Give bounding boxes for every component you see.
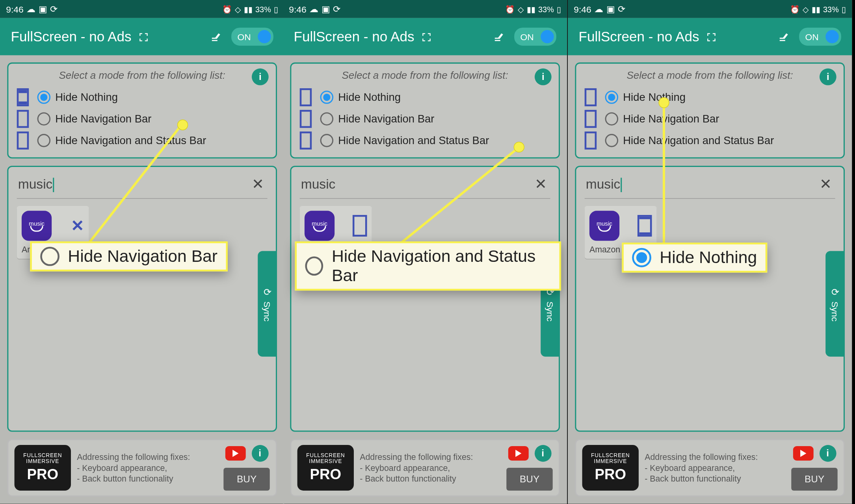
- pour-icon[interactable]: [777, 30, 791, 43]
- status-time: 9:46: [289, 4, 307, 14]
- clear-search-button[interactable]: ✕: [248, 176, 268, 193]
- pro-card: FULLSCREEN IMMERSIVE PRO Addressing the …: [290, 439, 560, 497]
- rect-icon-nav: [300, 110, 312, 128]
- pro-badge-top: FULLSCREEN IMMERSIVE: [15, 453, 71, 465]
- annotation-dot: [658, 97, 669, 108]
- pour-icon[interactable]: [493, 30, 506, 43]
- smile-icon: [313, 226, 326, 232]
- mode-label: Hide Navigation Bar: [338, 113, 434, 125]
- info-button[interactable]: i: [252, 69, 269, 85]
- radio-icon: [320, 134, 334, 147]
- youtube-icon[interactable]: [508, 446, 528, 461]
- callout-hide-nothing: Hide Nothing: [622, 243, 767, 272]
- sync-button[interactable]: ⟳ Sync: [258, 251, 277, 356]
- status-bar: 9:46 ☁ ▣ ⟳ ⏰ ◇ ▮▮ 33% ▯: [0, 0, 284, 18]
- cloud-icon: ☁: [309, 4, 318, 14]
- mode-option-nothing[interactable]: Hide Nothing: [17, 87, 268, 108]
- clear-search-button[interactable]: ✕: [531, 176, 550, 193]
- pro-card: FULLSCREEN IMMERSIVE PRO Addressing the …: [7, 439, 277, 497]
- on-toggle[interactable]: ON: [799, 28, 841, 46]
- app-tile[interactable]: music: [300, 206, 372, 246]
- fullscreen-icon: [421, 32, 432, 43]
- info-button[interactable]: i: [819, 445, 836, 462]
- smile-icon: [30, 226, 43, 232]
- on-toggle[interactable]: ON: [514, 28, 556, 46]
- search-row: music ✕: [585, 174, 835, 199]
- sync-icon: ⟳: [618, 4, 626, 14]
- wifi-icon: ◇: [235, 4, 241, 13]
- smile-icon: [598, 226, 611, 232]
- radio-icon: [40, 247, 59, 266]
- toggle-label: ON: [805, 32, 818, 42]
- on-toggle[interactable]: ON: [231, 28, 273, 46]
- info-button[interactable]: i: [535, 69, 552, 85]
- battery-pct: 33%: [823, 4, 839, 13]
- signal-icon: ▮▮: [244, 4, 252, 13]
- buy-button[interactable]: BUY: [506, 468, 552, 491]
- pro-badge: FULLSCREEN IMMERSIVE PRO: [297, 445, 354, 491]
- search-value: music: [18, 176, 53, 191]
- battery-pct: 33%: [538, 4, 554, 13]
- mode-option-nav[interactable]: Hide Navigation Bar: [585, 108, 835, 130]
- fullscreen-icon: [706, 32, 717, 43]
- apps-card: music ✕ music ✕: [7, 166, 277, 432]
- radio-checked-icon: [605, 91, 619, 104]
- pro-badge-main: PRO: [27, 466, 58, 483]
- app-title: FullScreen - no Ads: [11, 28, 210, 44]
- cloud-icon: ☁: [594, 4, 603, 14]
- mode-option-nothing[interactable]: Hide Nothing: [585, 87, 835, 108]
- callout-label: Hide Navigation Bar: [68, 247, 217, 266]
- rect-icon-navstatus: [585, 132, 597, 150]
- sync-button[interactable]: ⟳ Sync: [825, 251, 845, 356]
- mode-option-nothing[interactable]: Hide Nothing: [300, 87, 550, 108]
- pro-badge-main: PRO: [310, 466, 341, 483]
- search-value: music: [586, 176, 621, 191]
- sync-label: Sync: [830, 301, 840, 321]
- mode-option-nav-status[interactable]: Hide Navigation and Status Bar: [17, 130, 268, 151]
- phone-3: 9:46 ☁ ▣ ⟳ ⏰ ◇ ▮▮ 33% ▯ FullSc: [568, 0, 852, 504]
- radio-icon: [605, 112, 619, 126]
- mode-label: Hide Navigation Bar: [55, 113, 151, 125]
- search-input[interactable]: music: [17, 174, 248, 195]
- toggle-knob: [825, 30, 839, 43]
- search-input[interactable]: music: [585, 174, 816, 195]
- mode-option-nav-status[interactable]: Hide Navigation and Status Bar: [300, 130, 550, 151]
- pour-icon[interactable]: [210, 30, 223, 43]
- image-icon: ▣: [606, 4, 615, 14]
- mode-card-title: Select a mode from the following list:: [17, 70, 268, 82]
- info-button[interactable]: i: [251, 445, 268, 462]
- youtube-icon[interactable]: [793, 446, 813, 461]
- buy-button[interactable]: BUY: [791, 468, 837, 491]
- info-button[interactable]: i: [534, 445, 551, 462]
- youtube-icon[interactable]: [225, 446, 245, 461]
- fix-line: - Back button functionality: [360, 473, 500, 484]
- fixes-heading: Addressing the following fixes:: [645, 451, 785, 462]
- wifi-icon: ◇: [518, 4, 524, 13]
- tile-remove-icon[interactable]: ✕: [71, 217, 84, 235]
- alarm-icon: ⏰: [790, 4, 799, 13]
- status-bar: 9:46 ☁ ▣ ⟳ ⏰ ◇ ▮▮ 33% ▯: [283, 0, 567, 18]
- app-title-text: FullScreen - no Ads: [294, 28, 414, 44]
- image-icon: ▣: [39, 4, 47, 14]
- tile-mode-icon: [353, 215, 367, 237]
- mode-label: Hide Navigation Bar: [623, 113, 719, 125]
- mode-label: Hide Nothing: [55, 91, 118, 104]
- text-cursor: [53, 178, 54, 193]
- info-button[interactable]: i: [820, 69, 836, 85]
- rect-icon-navstatus: [17, 132, 29, 150]
- alarm-icon: ⏰: [222, 4, 232, 13]
- search-input[interactable]: music: [300, 174, 531, 195]
- mode-option-nav-status[interactable]: Hide Navigation and Status Bar: [585, 130, 835, 151]
- mode-label: Hide Navigation and Status Bar: [623, 134, 774, 147]
- fixes-text: Addressing the following fixes: - Keyboa…: [645, 451, 785, 484]
- mode-label: Hide Nothing: [623, 91, 686, 104]
- pro-badge: FULLSCREEN IMMERSIVE PRO: [582, 445, 639, 491]
- mode-option-nav[interactable]: Hide Navigation Bar: [300, 108, 550, 130]
- mode-label: Hide Navigation and Status Bar: [338, 134, 489, 147]
- rect-icon-nav: [17, 110, 29, 128]
- app-bar: FullScreen - no Ads ON: [0, 18, 284, 56]
- clear-search-button[interactable]: ✕: [816, 176, 835, 193]
- fix-line: - Keyboard appearance,: [645, 462, 785, 473]
- mode-option-nav[interactable]: Hide Navigation Bar: [17, 108, 268, 130]
- buy-button[interactable]: BUY: [223, 468, 270, 491]
